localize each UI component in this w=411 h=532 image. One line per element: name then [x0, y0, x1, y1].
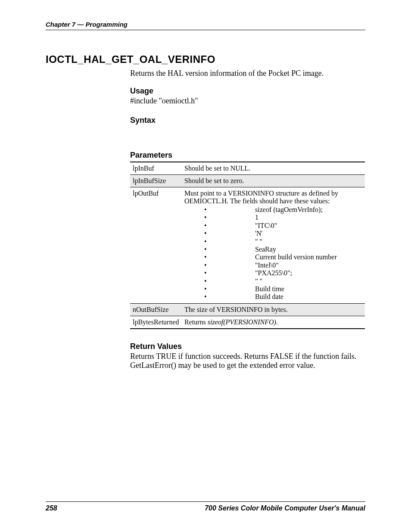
list-item: SeaRay	[204, 246, 362, 253]
usage-text: #include "oemioctl.h"	[130, 96, 365, 106]
page-title: IOCTL_HAL_GET_OAL_VERINFO	[46, 53, 365, 65]
parameters-heading: Parameters	[130, 151, 365, 160]
page-number: 258	[46, 504, 57, 512]
param-desc: Must point to a VERSIONINFO structure as…	[182, 187, 365, 304]
chapter-header: Chapter 7 — Programming	[46, 21, 365, 28]
param-name: lpInBuf	[130, 162, 182, 175]
page-footer: 258 700 Series Color Mobile Computer Use…	[46, 501, 365, 512]
return-values-text: Returns TRUE if function succeeds. Retur…	[130, 352, 365, 370]
table-row: lpInBuf Should be set to NULL.	[130, 162, 365, 175]
usage-heading: Usage	[130, 87, 365, 96]
param-desc: Should be set to NULL.	[182, 162, 365, 175]
param-bullet-list: sizeof (tagOemVerInfo); 1 "ITC\0" 'N' " …	[204, 206, 362, 301]
list-item: 'N'	[204, 230, 362, 237]
list-item: sizeof (tagOemVerInfo);	[204, 206, 362, 214]
manual-title: 700 Series Color Mobile Computer User's …	[205, 504, 365, 512]
param-name: lpInBufSize	[130, 175, 182, 187]
list-item: " "	[204, 277, 362, 285]
footer-rule	[46, 501, 365, 502]
return-values-heading: Return Values	[130, 342, 365, 351]
table-row: lpInBufSize Should be set to zero.	[130, 175, 365, 187]
list-item: Build time	[204, 285, 362, 293]
header-rule	[46, 30, 365, 30]
parameters-table: lpInBuf Should be set to NULL. lpInBufSi…	[130, 162, 365, 329]
list-item: "Intel\0"	[204, 261, 362, 269]
param-desc-suffix: .	[276, 318, 278, 326]
list-item: " "	[204, 238, 362, 246]
param-desc: The size of VERSIONINFO in bytes.	[182, 303, 365, 316]
table-row: nOutBufSize The size of VERSIONINFO in b…	[130, 303, 365, 316]
list-item: 1	[204, 214, 362, 221]
list-item: Build date	[204, 293, 362, 301]
param-desc-italic: sizeof(PVERSIONINFO)	[208, 318, 276, 326]
param-name: lpBytesReturned	[130, 316, 182, 329]
param-name: lpOutBuf	[130, 187, 182, 304]
table-row: lpBytesReturned Returns sizeof(PVERSIONI…	[130, 316, 365, 329]
param-desc: Returns sizeof(PVERSIONINFO).	[182, 316, 365, 329]
param-name: nOutBufSize	[130, 303, 182, 316]
syntax-heading: Syntax	[130, 116, 365, 125]
param-desc-prefix: Returns	[184, 318, 208, 326]
table-row: lpOutBuf Must point to a VERSIONINFO str…	[130, 187, 365, 304]
list-item: "ITC\0"	[204, 222, 362, 230]
list-item: "PXA255\0";	[204, 269, 362, 277]
param-desc: Should be set to zero.	[182, 175, 365, 187]
intro-paragraph: Returns the HAL version information of t…	[130, 69, 365, 78]
list-item: Current build version number	[204, 253, 362, 261]
param-desc-lead: Must point to a VERSIONINFO structure as…	[184, 190, 338, 205]
